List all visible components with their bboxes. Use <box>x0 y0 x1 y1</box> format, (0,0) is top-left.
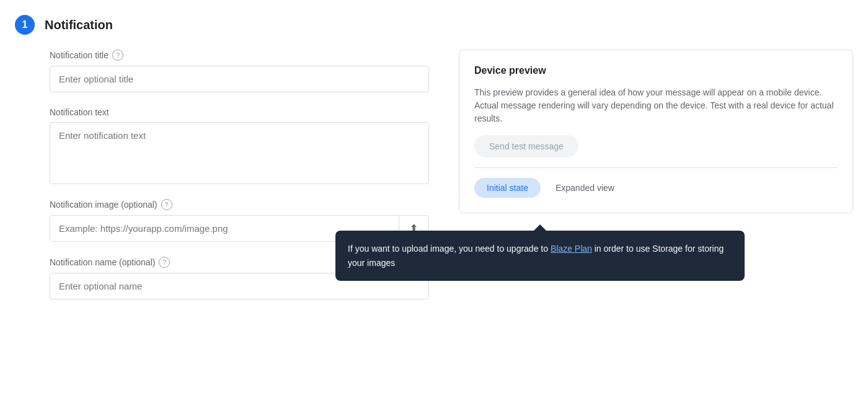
page-title: Notification <box>45 18 113 32</box>
tab-expanded-view[interactable]: Expanded view <box>543 178 627 198</box>
name-label-text: Notification name (optional) <box>50 257 155 267</box>
notification-title-input[interactable] <box>50 66 429 92</box>
name-help-icon[interactable]: ? <box>159 257 170 268</box>
tooltip-overlay: If you want to upload image, you need to… <box>335 231 745 281</box>
page-container: 1 Notification Notification title ? Noti… <box>0 0 868 398</box>
title-field-label: Notification title ? <box>50 50 429 61</box>
image-field-label: Notification image (optional) ? <box>50 199 429 210</box>
notification-text-input[interactable] <box>50 122 429 184</box>
device-preview-panel: Device preview This preview provides a g… <box>459 50 853 213</box>
preview-tabs: Initial state Expanded view <box>474 178 838 198</box>
tab-initial-state[interactable]: Initial state <box>474 178 541 198</box>
preview-divider <box>474 167 838 168</box>
main-content: Notification title ? Notification text N… <box>0 50 868 383</box>
left-panel: Notification title ? Notification text N… <box>50 50 459 383</box>
preview-title: Device preview <box>474 65 838 76</box>
title-label-text: Notification title <box>50 50 108 60</box>
image-label-text: Notification image (optional) <box>50 200 157 210</box>
text-field-label: Notification text <box>50 107 429 117</box>
send-test-message-button[interactable]: Send test message <box>474 135 578 157</box>
text-label-text: Notification text <box>50 107 109 117</box>
image-help-icon[interactable]: ? <box>161 199 172 210</box>
title-help-icon[interactable]: ? <box>112 50 123 61</box>
section-header: 1 Notification <box>0 15 868 50</box>
text-field-group: Notification text <box>50 107 429 184</box>
tooltip-arrow <box>534 224 546 231</box>
tooltip-text-before: If you want to upload image, you need to… <box>348 244 551 254</box>
blaze-plan-link[interactable]: Blaze Plan <box>551 244 592 254</box>
title-field-group: Notification title ? <box>50 50 429 92</box>
step-badge: 1 <box>15 15 35 35</box>
preview-description: This preview provides a general idea of … <box>474 86 838 125</box>
